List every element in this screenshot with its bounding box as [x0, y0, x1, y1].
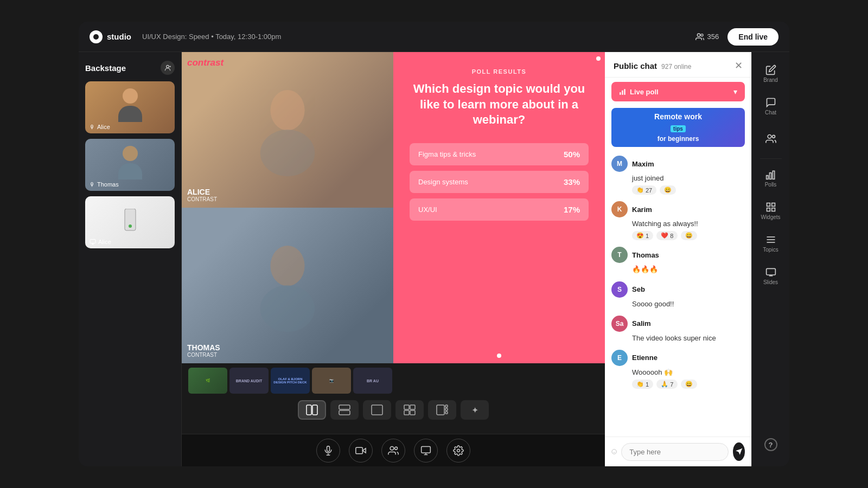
center-area: contrast ALICE CONTRAST	[182, 52, 605, 466]
live-poll-label-area: Live poll	[619, 88, 659, 96]
end-live-button[interactable]: End live	[727, 28, 778, 46]
participant-card-slide[interactable]: Alice	[85, 196, 175, 248]
avatar-karim: K	[611, 201, 628, 217]
layout-icon-grid	[404, 404, 416, 415]
layout-magic[interactable]: ✦	[461, 400, 489, 420]
sender-karim: Karim	[632, 206, 652, 214]
slide-thumb-1[interactable]: 🌿	[188, 368, 227, 394]
msg-text-seb: Soooo good!!	[632, 299, 745, 309]
camera-button[interactable]	[349, 439, 373, 463]
right-icon-slides[interactable]: Slides	[756, 261, 786, 291]
chat-message-salim: Sa Salim The video looks super nice	[611, 316, 745, 343]
alice-mic-icon: 🎙	[90, 124, 95, 130]
layout-grid[interactable]	[395, 400, 424, 420]
sender-etienne: Etienne	[632, 354, 658, 362]
cam-alice: contrast ALICE CONTRAST	[182, 52, 393, 208]
polls-icon	[765, 169, 776, 180]
svg-rect-24	[445, 405, 448, 407]
layout-split-horizontal[interactable]	[298, 400, 326, 420]
svg-rect-14	[307, 405, 311, 415]
edit-icon	[765, 65, 776, 75]
participant-card-thomas[interactable]: On stream 🎙 Thomas	[85, 139, 175, 191]
reaction-pill[interactable]: 😍 1	[632, 231, 653, 240]
chat-input-area	[605, 436, 751, 466]
msg-text-salim: The video looks super nice	[632, 333, 745, 343]
slide-thumb-4[interactable]: 📷	[312, 368, 351, 394]
slide-thumb-3[interactable]: OLAF & BJORN DESIGN PITCH DECK	[271, 368, 310, 394]
reaction-pill[interactable]: 👏 27	[632, 185, 656, 195]
svg-rect-31	[356, 447, 363, 454]
svg-rect-39	[622, 91, 623, 95]
reaction-pill[interactable]: 😄	[681, 231, 697, 240]
right-icon-help[interactable]: ?	[756, 429, 786, 460]
participant-card-alice[interactable]: On stream 🎙 Alice	[85, 81, 175, 133]
participants-button[interactable]	[381, 439, 405, 463]
right-icon-people[interactable]	[756, 124, 786, 154]
screen-share-button[interactable]	[414, 439, 438, 463]
viewers-icon	[695, 33, 704, 41]
app-window: studio UI/UX Design: Speed • Today, 12:3…	[79, 22, 789, 466]
svg-marker-45	[736, 448, 742, 455]
chat-title: Public chat	[614, 61, 657, 70]
help-icon: ?	[764, 438, 777, 451]
svg-rect-34	[422, 446, 431, 453]
right-icon-brand[interactable]: Brand	[756, 59, 786, 89]
chat-message-seb: S Seb Soooo good!!	[611, 281, 745, 309]
app-name: studio	[107, 32, 131, 41]
reaction-pill[interactable]: 😄	[660, 185, 676, 195]
logo-icon	[90, 30, 103, 43]
alice-name: 🎙 Alice	[90, 124, 110, 130]
right-icon-widgets[interactable]: Widgets	[756, 196, 786, 226]
layout-split-vertical[interactable]	[330, 400, 359, 420]
chat-panel: Public chat 927 online ✕ Live poll ▾ Rem	[605, 52, 751, 466]
mic-icon	[323, 445, 334, 456]
camera-icon	[355, 445, 366, 456]
svg-rect-19	[404, 405, 409, 409]
avatar-salim: Sa	[611, 316, 628, 332]
topics-icon	[765, 234, 776, 245]
svg-rect-53	[767, 208, 770, 211]
chat-message-etienne: E Etienne Woooooh 🙌 👏 1 🙏 7 😄	[611, 350, 745, 389]
svg-rect-54	[771, 208, 775, 211]
svg-point-13	[260, 286, 315, 332]
reaction-pill[interactable]: ❤️ 8	[656, 231, 678, 240]
avatar-seb: S	[611, 281, 628, 298]
slide-thumb-2[interactable]: BRAND AUDIT	[229, 368, 269, 394]
msg-reactions-maxim: 👏 27 😄	[632, 185, 745, 195]
reaction-pill[interactable]: 🙏 7	[656, 380, 678, 389]
layout-single[interactable]	[363, 400, 391, 420]
svg-point-1	[701, 34, 703, 36]
right-icon-polls[interactable]: Polls	[756, 163, 786, 194]
layout-focus[interactable]	[428, 400, 456, 420]
icon-separator	[760, 158, 782, 159]
right-icon-chat[interactable]: Chat	[756, 91, 786, 121]
reaction-pill[interactable]: 😄	[681, 380, 697, 389]
poll-option-2: UX/UI 17%	[410, 198, 589, 221]
chat-input[interactable]	[621, 443, 729, 461]
chevron-down-icon: ▾	[733, 87, 737, 96]
thomas-silhouette	[224, 239, 351, 332]
sender-seb: Seb	[632, 285, 645, 293]
svg-point-37	[457, 449, 460, 452]
settings-button[interactable]	[446, 439, 470, 463]
right-icon-topics[interactable]: Topics	[756, 228, 786, 259]
svg-rect-20	[410, 405, 415, 409]
reaction-pill[interactable]: 👏 1	[632, 380, 653, 389]
svg-point-46	[768, 135, 771, 139]
right-icons-panel: Brand Chat Polls	[751, 52, 789, 466]
slide-thumb-5[interactable]: BR AU	[353, 368, 392, 394]
svg-point-32	[390, 446, 394, 450]
mic-button[interactable]	[316, 439, 340, 463]
svg-rect-50	[773, 171, 774, 179]
chat-message-maxim: M Maxim just joined 👏 27 😄	[611, 156, 745, 195]
poll-dot-indicator	[596, 56, 601, 61]
chat-send-button[interactable]	[733, 442, 745, 461]
svg-point-41	[612, 450, 617, 454]
svg-point-33	[395, 447, 398, 450]
add-person-button[interactable]	[161, 61, 175, 75]
live-poll-banner[interactable]: Live poll ▾	[611, 82, 745, 101]
chat-close-button[interactable]: ✕	[735, 60, 743, 72]
poll-option-1: Design systems 33%	[410, 171, 589, 193]
settings-icon	[453, 445, 464, 456]
msg-text-etienne: Woooooh 🙌	[632, 368, 745, 377]
